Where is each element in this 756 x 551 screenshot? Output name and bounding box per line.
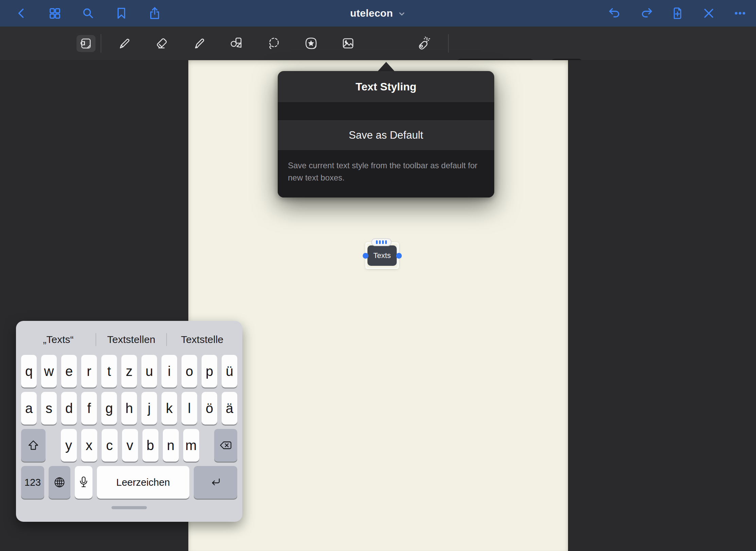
shift-key[interactable] [21, 429, 46, 462]
bookmark-icon [114, 6, 128, 20]
key-a[interactable]: a [21, 392, 37, 425]
key-f[interactable]: f [81, 392, 97, 425]
key-x[interactable]: x [81, 429, 97, 462]
textbox-resize-handle-right[interactable] [396, 253, 402, 259]
textbox-drag-handle[interactable] [371, 238, 392, 246]
keyboard-drag-handle[interactable] [111, 506, 147, 509]
space-key[interactable]: Leerzeichen [97, 466, 189, 499]
key-h[interactable]: h [121, 392, 137, 425]
key-row-3: y x c v b n m [21, 429, 237, 462]
return-icon [210, 477, 221, 487]
reader-mode-icon [79, 36, 93, 51]
key-w[interactable]: w [41, 355, 57, 388]
ellipsis-icon [733, 6, 747, 20]
undo-button[interactable] [607, 5, 623, 21]
dictation-key[interactable] [75, 466, 92, 499]
laser-pointer-tool[interactable] [412, 27, 434, 60]
highlighter-tool[interactable] [189, 27, 210, 60]
save-as-default-label: Save as Default [349, 129, 423, 141]
nav-right-group [607, 0, 748, 27]
page-overview-button[interactable] [47, 5, 63, 21]
key-z[interactable]: z [121, 355, 137, 388]
key-j[interactable]: j [141, 392, 157, 425]
laser-pointer-icon [416, 36, 431, 51]
key-c[interactable]: c [102, 429, 118, 462]
globe-key[interactable] [49, 466, 70, 499]
exit-pen-mode-button[interactable] [701, 5, 717, 21]
key-d[interactable]: d [61, 392, 77, 425]
grid-icon [48, 6, 62, 20]
row3-spacer [50, 429, 56, 462]
onscreen-keyboard: „Texts“ Textstellen Textstelle q w e r t… [16, 321, 242, 522]
key-l[interactable]: l [182, 392, 197, 425]
pen-tool[interactable] [114, 27, 135, 60]
key-k[interactable]: k [161, 392, 177, 425]
key-o[interactable]: o [182, 355, 197, 388]
share-icon [148, 6, 162, 20]
selected-textbox[interactable]: Texts [367, 245, 397, 266]
microphone-icon [79, 476, 88, 488]
close-pen-icon [702, 6, 716, 20]
key-oe[interactable]: ö [202, 392, 217, 425]
key-ue[interactable]: ü [222, 355, 237, 388]
return-key[interactable] [194, 466, 237, 499]
numbers-key[interactable]: 123 [21, 466, 44, 499]
popover-title: Text Styling [278, 71, 494, 102]
redo-button[interactable] [638, 5, 654, 21]
search-button[interactable] [80, 5, 96, 21]
key-e[interactable]: e [61, 355, 77, 388]
shift-icon [27, 440, 39, 451]
redo-icon [639, 6, 653, 20]
image-tool[interactable] [337, 27, 359, 60]
backspace-key[interactable] [214, 429, 237, 462]
key-g[interactable]: g [101, 392, 117, 425]
toolbar-divider [448, 34, 449, 53]
key-r[interactable]: r [81, 355, 97, 388]
key-n[interactable]: n [163, 429, 179, 462]
lasso-tool[interactable] [263, 27, 285, 60]
text-styling-popover: Text Styling Save as Default Save curren… [278, 71, 494, 197]
key-ae[interactable]: ä [222, 392, 237, 425]
eraser-icon [155, 36, 170, 51]
add-page-button[interactable] [670, 5, 685, 21]
handle-bar [379, 240, 381, 244]
image-icon [341, 36, 356, 51]
suggestion-2[interactable]: Textstelle [167, 334, 237, 345]
key-b[interactable]: b [142, 429, 158, 462]
bookmark-button[interactable] [114, 5, 129, 21]
globe-icon [54, 477, 65, 488]
shapes-tool[interactable] [225, 27, 247, 60]
popover-section-divider [278, 102, 494, 120]
search-icon [81, 6, 95, 20]
tool-bar: T HiraginoSans-... 16 T [0, 27, 756, 60]
save-as-default-button[interactable]: Save as Default [278, 120, 494, 151]
backspace-icon [219, 441, 232, 450]
share-button[interactable] [147, 5, 162, 21]
key-y[interactable]: y [61, 429, 77, 462]
reader-mode-button[interactable] [75, 27, 97, 60]
handle-bar [382, 240, 384, 244]
eraser-tool[interactable] [151, 27, 173, 60]
textbox-text: Texts [373, 251, 391, 260]
key-q[interactable]: q [21, 355, 37, 388]
key-m[interactable]: m [183, 429, 199, 462]
key-p[interactable]: p [202, 355, 217, 388]
key-u[interactable]: u [141, 355, 157, 388]
row3-spacer [204, 429, 210, 462]
sticker-icon [304, 36, 319, 51]
suggestion-literal[interactable]: „Texts“ [21, 334, 96, 345]
key-t[interactable]: t [101, 355, 117, 388]
key-v[interactable]: v [122, 429, 138, 462]
key-row-1: q w e r t z u i o p ü [21, 355, 237, 388]
toolbar-divider [101, 34, 101, 53]
key-s[interactable]: s [41, 392, 57, 425]
back-button[interactable] [14, 5, 29, 21]
key-i[interactable]: i [161, 355, 177, 388]
document-title: utelecon [350, 7, 393, 19]
textbox-resize-handle-left[interactable] [363, 253, 368, 259]
sticker-tool[interactable] [300, 27, 322, 60]
handle-bar [376, 240, 378, 244]
key-row-4: 123 Leerzeichen [21, 466, 237, 499]
more-options-button[interactable] [732, 5, 748, 21]
suggestion-1[interactable]: Textstellen [96, 334, 167, 345]
